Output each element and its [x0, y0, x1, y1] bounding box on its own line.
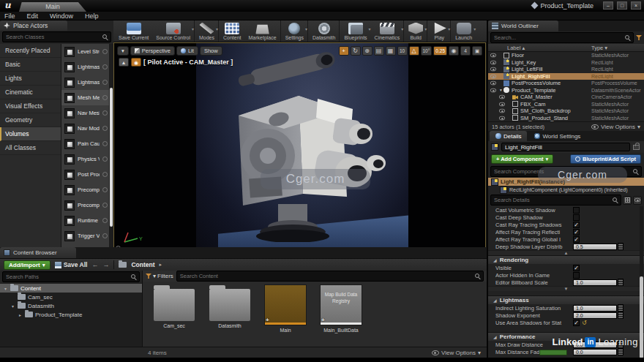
- expand-arrow-icon[interactable]: ▾: [498, 88, 503, 92]
- placeable-actor-item[interactable]: Physics Volume: [61, 151, 109, 167]
- asset-tile[interactable]: Main: [261, 284, 310, 347]
- toolbar-button[interactable]: Source Control ▾: [152, 20, 195, 42]
- category-item[interactable]: Geometry: [0, 113, 61, 127]
- search-classes-field[interactable]: [2, 31, 111, 42]
- minimize-button[interactable]: –: [603, 1, 613, 10]
- viewport-options-button[interactable]: ▾: [117, 46, 129, 56]
- checkbox[interactable]: ✓: [573, 229, 580, 235]
- outliner-row[interactable]: Light_RightFill RectLight: [488, 73, 644, 80]
- placeable-actor-item[interactable]: Level Streaming Vol: [61, 44, 109, 59]
- maximize-button[interactable]: □: [617, 1, 627, 10]
- section-header-lightmass[interactable]: ◢ Lightmass: [488, 295, 644, 304]
- surface-snap-button[interactable]: ▤: [374, 46, 384, 56]
- placeable-actor-item[interactable]: Precomputed Visibil: [61, 197, 109, 213]
- asset-tile[interactable]: Map Build Data Registry Main_BuiltData: [317, 284, 365, 347]
- toolbar-button[interactable]: Settings ▾: [282, 20, 308, 42]
- search-details-field[interactable]: [490, 195, 621, 205]
- placeable-actor-item[interactable]: Precomputed Visibil: [61, 182, 109, 197]
- world-outliner-tab[interactable]: World Outliner: [488, 20, 558, 31]
- spinner-grip[interactable]: [618, 312, 624, 319]
- viewport-scene[interactable]: Cger.com Y: [114, 43, 485, 252]
- checkbox[interactable]: ✓: [573, 265, 580, 271]
- level-viewport[interactable]: Cger.com Y ▾ Perspective Lit Show: [113, 42, 486, 253]
- add-import-button[interactable]: Add/Import ▾: [4, 260, 50, 270]
- folder-tree-item[interactable]: ▾ Content: [0, 284, 142, 293]
- folder-tree-item[interactable]: Cam_sec: [0, 293, 142, 301]
- add-component-button[interactable]: + Add Component ▾: [491, 154, 553, 164]
- camera-speed-value[interactable]: 4: [460, 46, 471, 56]
- numeric-field[interactable]: 1.0: [573, 305, 617, 312]
- checkbox[interactable]: [573, 272, 580, 279]
- place-actors-tab[interactable]: Place Actors: [0, 20, 67, 31]
- spinner-grip[interactable]: [618, 304, 624, 312]
- details-tab[interactable]: Details: [490, 131, 527, 141]
- visibility-eye-icon[interactable]: [490, 74, 496, 78]
- outliner-search-field[interactable]: [490, 32, 634, 43]
- toolbar-button[interactable]: Launch ▾: [452, 20, 476, 42]
- outliner-row[interactable]: FBX_Cam StaticMeshActor: [488, 101, 644, 108]
- search-paths-input[interactable]: [3, 274, 131, 280]
- category-item[interactable]: All Classes: [0, 141, 61, 155]
- visibility-eye-icon[interactable]: [490, 88, 496, 92]
- outliner-row[interactable]: ▾ Product_Template DatasmithSceneActor: [488, 87, 644, 94]
- menu-item[interactable]: Window: [50, 12, 73, 20]
- placeable-actor-item[interactable]: Lightmass Characte: [61, 59, 109, 75]
- view-options-button[interactable]: View Options ▾: [591, 124, 640, 130]
- rotation-snap-icon-button[interactable]: △: [409, 46, 419, 56]
- placeable-actor-item[interactable]: Runtime Virtual Texture: [61, 213, 109, 228]
- perspective-button[interactable]: Perspective: [130, 46, 175, 56]
- toolbar-button[interactable]: Cinematics ▾: [371, 20, 405, 42]
- visibility-eye-icon[interactable]: [490, 81, 496, 86]
- search-content-input[interactable]: [177, 273, 475, 279]
- visibility-eye-icon[interactable]: [499, 109, 505, 113]
- category-item[interactable]: Basic: [0, 58, 61, 72]
- world-local-toggle[interactable]: ⊕: [362, 46, 372, 56]
- collapse-expander[interactable]: ▲: [488, 250, 644, 255]
- folder-tree-item[interactable]: ▸ Product_Template: [0, 310, 142, 319]
- outliner-search-input[interactable]: [491, 34, 625, 41]
- visibility-eye-icon[interactable]: [499, 116, 505, 120]
- level-tab[interactable]: Main: [19, 2, 86, 12]
- show-button[interactable]: Show: [200, 46, 222, 56]
- eject-pilot-button[interactable]: ▲: [119, 58, 129, 67]
- reset-to-default-icon[interactable]: ↺: [582, 320, 587, 326]
- checkbox[interactable]: [573, 214, 580, 221]
- spinner-grip[interactable]: [618, 243, 624, 250]
- checkbox[interactable]: ✓: [573, 320, 580, 326]
- outliner-row[interactable]: Light_Key RectLight: [488, 59, 644, 67]
- asset-tile[interactable]: Datasmith: [206, 284, 254, 347]
- folder-tree-item[interactable]: ▾ Datasmith: [0, 301, 142, 310]
- placeable-actor-item[interactable]: Lightmass Importan: [61, 75, 109, 90]
- menu-item[interactable]: Edit: [27, 12, 39, 20]
- toolbar-button[interactable]: Datasmith: [309, 20, 340, 42]
- placeable-actor-item[interactable]: Trigger Volume: [61, 228, 109, 244]
- expand-expander[interactable]: ▼: [488, 286, 644, 291]
- numeric-field[interactable]: 1.0: [573, 279, 617, 286]
- details-view-options-button[interactable]: [633, 196, 642, 205]
- lock-icon[interactable]: [633, 145, 640, 150]
- save-all-button[interactable]: Save All: [55, 261, 88, 268]
- placeable-actor-item[interactable]: Nav Mesh Bounds V: [61, 105, 109, 121]
- search-paths-field[interactable]: [2, 271, 140, 282]
- numeric-field[interactable]: 2.0: [573, 312, 617, 319]
- type-column-header[interactable]: Type ▾: [591, 45, 644, 51]
- details-scrollbar[interactable]: [640, 206, 643, 362]
- placeable-actor-item[interactable]: Nav Modifier Volum: [61, 121, 109, 136]
- expand-arrow-icon[interactable]: ▸: [18, 312, 23, 317]
- checkbox[interactable]: [573, 207, 580, 214]
- placeable-actor-item[interactable]: Mesh Merge Culling Vol: [61, 90, 109, 105]
- forward-button[interactable]: →: [102, 261, 109, 268]
- outliner-row[interactable]: PostProcessVolume PostProcessVolume: [488, 80, 644, 87]
- content-browser-tab[interactable]: Content Browser: [0, 247, 76, 258]
- outliner-row[interactable]: Floor StaticMeshActor: [488, 52, 644, 59]
- toolbar-button[interactable]: Blueprints ▾: [340, 20, 370, 42]
- visibility-eye-icon[interactable]: [490, 60, 496, 64]
- component-inherited-row[interactable]: RectLightComponent (LightComponent0) (In…: [488, 186, 644, 194]
- category-item[interactable]: Cinematic: [0, 86, 61, 99]
- numeric-field[interactable]: 0.5: [573, 244, 617, 250]
- visibility-eye-icon[interactable]: [490, 53, 496, 58]
- toolbar-button[interactable]: Play ▾: [428, 20, 451, 42]
- placeable-actor-item[interactable]: Pain Causing Volum: [61, 136, 109, 151]
- maximize-viewport-button[interactable]: ▣: [472, 46, 482, 56]
- search-details-input[interactable]: [491, 197, 613, 203]
